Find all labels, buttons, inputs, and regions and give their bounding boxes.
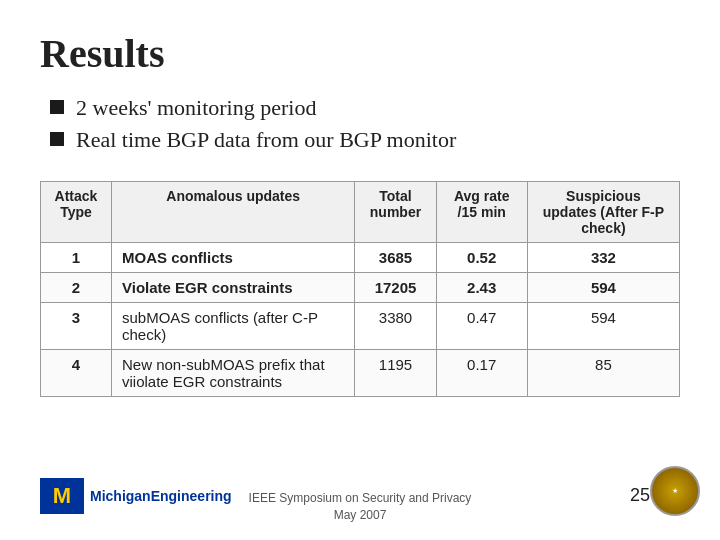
conference-date: May 2007: [249, 507, 472, 524]
cell-avg-rate: 0.17: [436, 350, 527, 397]
cell-suspicious: 594: [527, 303, 679, 350]
cell-avg-rate: 0.47: [436, 303, 527, 350]
cell-attack-type: 1: [41, 243, 112, 273]
cell-anomalous: subMOAS conflicts (after C-P check): [112, 303, 355, 350]
page-title: Results: [40, 30, 680, 77]
cell-attack-type: 4: [41, 350, 112, 397]
bullet-icon-2: [50, 132, 64, 146]
footer-conference: IEEE Symposium on Security and Privacy M…: [249, 490, 472, 524]
table-header-row: Attack Type Anomalous updates Total numb…: [41, 182, 680, 243]
results-table: Attack Type Anomalous updates Total numb…: [40, 181, 680, 397]
cell-total: 1195: [355, 350, 436, 397]
cell-suspicious: 332: [527, 243, 679, 273]
cell-suspicious: 85: [527, 350, 679, 397]
table-row: 1MOAS conflicts36850.52332: [41, 243, 680, 273]
bullet-item-2: Real time BGP data from our BGP monitor: [50, 127, 680, 153]
footer-logo: M MichiganEngineering: [40, 478, 232, 514]
michigan-m-logo: M: [40, 478, 84, 514]
footer: M MichiganEngineering IEEE Symposium on …: [0, 490, 720, 524]
cell-avg-rate: 2.43: [436, 273, 527, 303]
header-suspicious: Suspicious updates (After F-P check): [527, 182, 679, 243]
table-row: 3subMOAS conflicts (after C-P check)3380…: [41, 303, 680, 350]
table-row: 2Violate EGR constraints172052.43594: [41, 273, 680, 303]
conference-name: IEEE Symposium on Security and Privacy: [249, 490, 472, 507]
header-avg-rate: Avg rate /15 min: [436, 182, 527, 243]
cell-attack-type: 3: [41, 303, 112, 350]
page-number: 25: [630, 485, 650, 506]
header-attack-type: Attack Type: [41, 182, 112, 243]
bullet-text-2: Real time BGP data from our BGP monitor: [76, 127, 456, 153]
logo-text: MichiganEngineering: [90, 488, 232, 504]
cell-suspicious: 594: [527, 273, 679, 303]
bullet-icon-1: [50, 100, 64, 114]
bullet-list: 2 weeks' monitoring period Real time BGP…: [40, 95, 680, 159]
bullet-item-1: 2 weeks' monitoring period: [50, 95, 680, 121]
cell-attack-type: 2: [41, 273, 112, 303]
cell-avg-rate: 0.52: [436, 243, 527, 273]
bullet-text-1: 2 weeks' monitoring period: [76, 95, 316, 121]
logo-michigan: Michigan: [90, 488, 151, 504]
seal-text: ★: [672, 487, 678, 495]
cell-total: 3380: [355, 303, 436, 350]
cell-anomalous: Violate EGR constraints: [112, 273, 355, 303]
cell-anomalous: MOAS conflicts: [112, 243, 355, 273]
table-row: 4New non-subMOAS prefix that viiolate EG…: [41, 350, 680, 397]
cell-anomalous: New non-subMOAS prefix that viiolate EGR…: [112, 350, 355, 397]
page-container: Results 2 weeks' monitoring period Real …: [0, 0, 720, 540]
cell-total: 17205: [355, 273, 436, 303]
logo-engineering: Engineering: [151, 488, 232, 504]
header-anomalous: Anomalous updates: [112, 182, 355, 243]
header-total: Total number: [355, 182, 436, 243]
seal-icon: ★: [650, 466, 700, 516]
cell-total: 3685: [355, 243, 436, 273]
